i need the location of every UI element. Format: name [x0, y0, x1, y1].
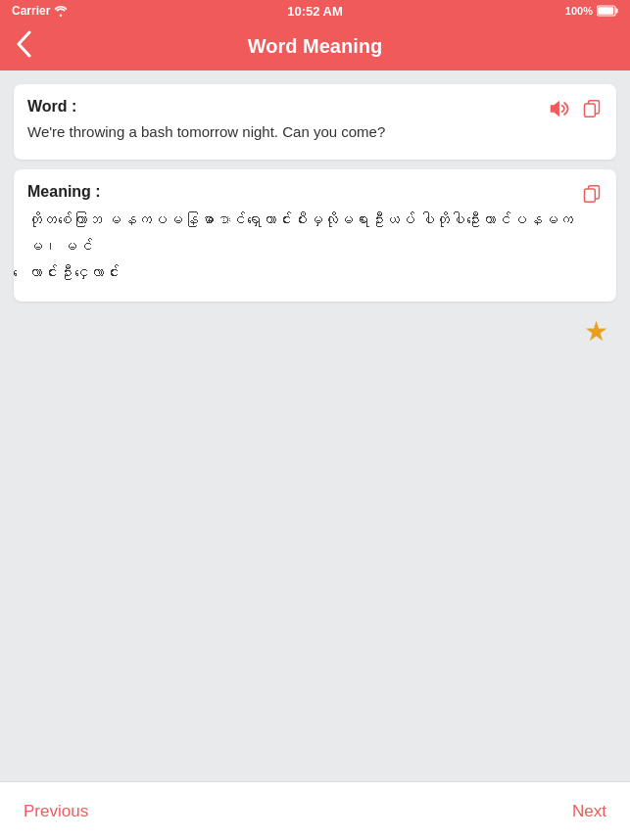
main-content: Word : We're throwing a bash tomorrow ni…: [0, 70, 630, 781]
copy-word-button[interactable]: [579, 96, 605, 121]
meaning-text: တိုတစ်ကောဘြ မနကပမနမြာ ောင်ရှာကောင်းပီးမှ…: [27, 207, 603, 286]
status-bar: Carrier 10:52 AM 100%: [0, 0, 630, 22]
word-label: Word :: [27, 98, 603, 116]
page-title: Word Meaning: [248, 35, 382, 58]
previous-button[interactable]: Previous: [20, 792, 92, 831]
favorite-star-button[interactable]: ★: [584, 315, 608, 348]
header: Word Meaning: [0, 22, 630, 70]
copy-meaning-button[interactable]: [579, 181, 605, 207]
svg-marker-3: [551, 101, 559, 117]
status-time: 10:52 AM: [287, 4, 343, 19]
speaker-button[interactable]: [546, 96, 571, 121]
meaning-label: Meaning :: [27, 183, 603, 201]
word-card-icons: [546, 96, 605, 121]
battery-info: 100%: [565, 5, 618, 17]
wifi-icon: [54, 5, 68, 17]
svg-rect-5: [585, 104, 596, 117]
svg-rect-1: [616, 9, 618, 14]
next-button[interactable]: Next: [568, 792, 610, 831]
bottom-nav: Previous Next: [0, 781, 630, 840]
battery-icon: [597, 5, 618, 17]
svg-rect-7: [585, 189, 596, 202]
svg-rect-2: [598, 7, 613, 15]
back-button[interactable]: [16, 26, 41, 66]
copy-icon: [582, 99, 602, 118]
speaker-icon: [548, 98, 569, 119]
battery-label: 100%: [565, 5, 593, 17]
word-text: We're throwing a bash tomorrow night. Ca…: [27, 121, 603, 144]
copy-meaning-icon: [582, 184, 602, 204]
back-chevron-icon: [16, 30, 33, 58]
star-container: ★: [14, 315, 616, 348]
carrier-label: Carrier: [12, 4, 50, 18]
meaning-card: Meaning : တိုတစ်ကောဘြ မနကပမနမြာ ောင်ရှာက…: [14, 169, 616, 302]
word-card: Word : We're throwing a bash tomorrow ni…: [14, 84, 616, 160]
meaning-card-icons: [579, 181, 605, 207]
carrier-info: Carrier: [12, 4, 68, 18]
